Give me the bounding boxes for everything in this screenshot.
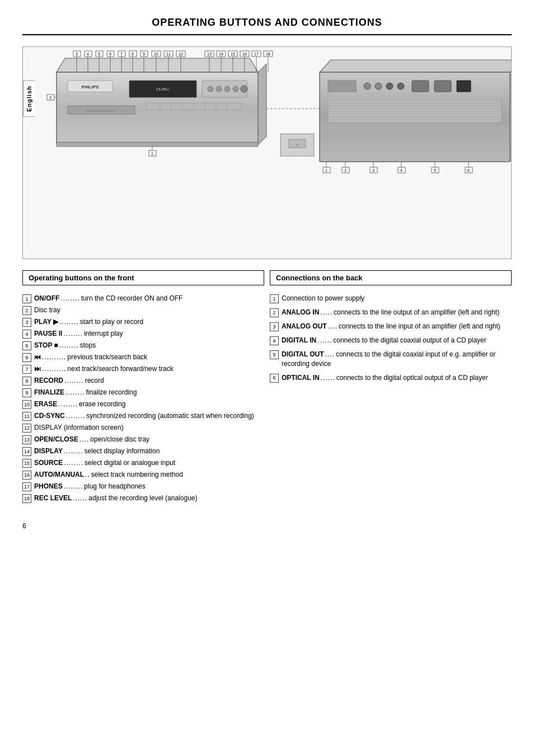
list-item: 6⏮..........previous track/search back: [22, 353, 264, 362]
item-number: 6: [270, 374, 279, 383]
svg-text:≡: ≡: [296, 143, 298, 147]
item-number: 12: [22, 424, 31, 433]
svg-text:————————: ————————: [86, 109, 117, 112]
list-item: 18REC LEVEL......adjust the recording le…: [22, 494, 264, 503]
list-item: 3PLAY ▶........start to play or record: [22, 317, 264, 327]
item-number: 1: [270, 294, 279, 303]
list-item: 9FINALIZE........finalize recording: [22, 388, 264, 397]
svg-text:15.05v♪: 15.05v♪: [156, 87, 170, 91]
item-number: 3: [270, 322, 279, 331]
svg-text:16: 16: [242, 52, 247, 56]
item-label: ⏭..........next track/search forward/new…: [34, 364, 174, 374]
svg-rect-86: [412, 81, 429, 92]
list-item: 5DIGITAL OUT....connects to the digital …: [270, 350, 512, 369]
item-label: SOURCE........select digital or analogue…: [34, 458, 175, 468]
content-row: 1ON/OFF........turn the CD recorder ON a…: [22, 294, 512, 505]
svg-point-8: [208, 86, 213, 92]
list-item: 7⏭..........next track/search forward/ne…: [22, 364, 264, 374]
item-number: 8: [22, 377, 31, 386]
front-section-header-box: Operating buttons on the front: [22, 270, 264, 285]
back-section-header-box: Connections on the back: [270, 270, 512, 285]
item-label: DIGITAL IN......connects to the digital …: [282, 336, 486, 345]
svg-marker-80: [510, 60, 512, 162]
item-number: 6: [22, 353, 31, 362]
list-item: 14DISPLAY........select display informat…: [22, 447, 264, 456]
list-item: 15SOURCE........select digital or analog…: [22, 458, 264, 468]
item-label: Connection to power supply: [282, 294, 364, 303]
item-label: STOP ■........stops: [34, 341, 96, 350]
svg-rect-23: [57, 142, 258, 147]
item-number: 14: [22, 447, 31, 456]
svg-rect-88: [457, 81, 471, 92]
list-item: 6OPTICAL IN......connects to the digital…: [270, 373, 512, 383]
item-number: 7: [22, 365, 31, 374]
item-number: 4: [22, 330, 31, 339]
svg-text:15: 15: [231, 52, 235, 56]
svg-text:6: 6: [467, 168, 470, 172]
svg-marker-0: [57, 58, 258, 72]
svg-point-82: [364, 83, 371, 90]
item-number: 1: [22, 294, 31, 303]
svg-text:4: 4: [87, 52, 89, 56]
item-label: ERASE........erase recording: [34, 400, 125, 409]
svg-point-84: [386, 83, 393, 90]
item-label: OPEN/CLOSE....open/close disc tray: [34, 435, 149, 444]
svg-point-11: [233, 86, 238, 92]
list-item: 2ANALOG IN.....connects to the line outp…: [270, 308, 512, 317]
svg-rect-87: [434, 81, 451, 92]
svg-text:3: 3: [372, 168, 374, 172]
back-section-header: Connections on the back: [276, 274, 363, 282]
back-items-col: 1Connection to power supply2ANALOG IN...…: [270, 294, 512, 387]
item-number: 17: [22, 482, 31, 491]
item-number: 4: [270, 336, 279, 345]
svg-point-10: [224, 86, 230, 92]
item-number: 2: [270, 308, 279, 317]
svg-text:14: 14: [219, 52, 223, 56]
item-label: PAUSE II........interrupt play: [34, 329, 123, 339]
list-item: 8RECORD........record: [22, 376, 264, 386]
item-label: DISPLAY (information screen): [34, 423, 124, 433]
svg-text:4: 4: [400, 168, 402, 172]
svg-marker-78: [320, 60, 512, 72]
item-number: 9: [22, 388, 31, 397]
item-label: PLAY ▶........start to play or record: [34, 317, 143, 327]
item-number: 16: [22, 471, 31, 480]
item-number: 10: [22, 400, 31, 409]
svg-marker-2: [258, 64, 266, 145]
item-label: ON/OFF........turn the CD recorder ON an…: [34, 294, 182, 303]
item-label: PHONES........plug for headphones: [34, 482, 146, 491]
svg-point-12: [241, 86, 247, 92]
list-item: 16AUTO/MANUAL..select track numbering me…: [22, 470, 264, 480]
list-item: 2Disc tray: [22, 306, 264, 315]
svg-text:6: 6: [109, 52, 111, 56]
item-label: DISPLAY........select display informatio…: [34, 447, 160, 456]
svg-text:PHILIPS: PHILIPS: [81, 84, 99, 90]
item-label: DIGITAL OUT....connects to the digital c…: [282, 350, 512, 369]
svg-text:5: 5: [434, 168, 436, 172]
svg-text:2: 2: [344, 168, 346, 172]
svg-text:18: 18: [266, 52, 270, 56]
list-item: 4DIGITAL IN......connects to the digital…: [270, 336, 512, 345]
list-item: 5STOP ■........stops: [22, 341, 264, 350]
item-label: Disc tray: [34, 306, 60, 315]
diagram-area: English PHILIPS 15.05v♪: [22, 46, 512, 259]
list-item: 11CD-SYNC........synchronized recording …: [22, 411, 264, 421]
svg-text:1: 1: [151, 152, 153, 156]
item-number: 11: [22, 412, 31, 421]
svg-text:17: 17: [254, 52, 259, 56]
item-label: FINALIZE........finalize recording: [34, 388, 137, 397]
list-item: 10ERASE........erase recording: [22, 400, 264, 409]
item-label: CD-SYNC........synchronized recording (a…: [34, 411, 254, 421]
svg-rect-81: [328, 81, 356, 92]
svg-text:12: 12: [179, 52, 183, 56]
item-number: 5: [22, 341, 31, 350]
list-item: 1ON/OFF........turn the CD recorder ON a…: [22, 294, 264, 303]
item-label: ANALOG IN.....connects to the line outpu…: [282, 308, 499, 317]
svg-text:3: 3: [76, 52, 78, 56]
svg-point-85: [397, 83, 404, 90]
list-item: 12DISPLAY (information screen): [22, 423, 264, 433]
list-item: 3ANALOG OUT....connects to the line inpu…: [270, 322, 512, 331]
svg-point-83: [375, 83, 382, 90]
svg-text:7: 7: [120, 52, 123, 56]
svg-text:13: 13: [207, 52, 212, 56]
